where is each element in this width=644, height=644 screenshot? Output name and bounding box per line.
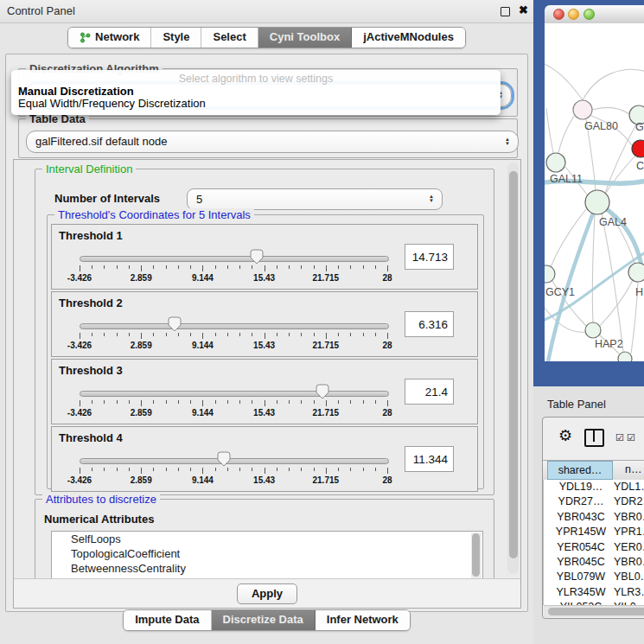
table-data-combobox[interactable]: galFiltered.sif default node ▲▼ xyxy=(26,131,519,153)
slider-track[interactable] xyxy=(80,323,389,329)
table-row[interactable]: YER054CYER0… xyxy=(544,540,644,555)
slider-tick xyxy=(215,333,216,336)
network-node-label: C xyxy=(636,160,644,172)
slider-tick xyxy=(104,400,105,404)
network-node-label: GAL11 xyxy=(550,173,583,185)
columns-icon[interactable] xyxy=(584,429,604,447)
tab-cyni-toolbox[interactable]: Cyni Toolbox xyxy=(258,28,352,48)
network-window-titlebar[interactable] xyxy=(545,5,644,24)
tab-infer-network[interactable]: Infer Network xyxy=(316,610,410,630)
threshold-value-field[interactable]: 6.316 xyxy=(405,311,454,337)
slider-tick-label: 15.43 xyxy=(243,475,286,485)
slider-tick xyxy=(202,468,203,474)
threshold-value-field[interactable]: 14.713 xyxy=(405,244,454,270)
slider-tick xyxy=(153,400,154,404)
cell-shared-name[interactable]: YBL079W xyxy=(548,570,614,584)
cell-shared-name[interactable]: YER054C xyxy=(548,540,614,555)
table-row[interactable]: YDL19…YDL1… xyxy=(544,480,644,494)
attributes-list-scrollbar[interactable] xyxy=(471,532,481,578)
slider-tick xyxy=(363,468,364,471)
cell-shared-name[interactable]: YBR043C xyxy=(548,510,614,525)
close-traffic-light-icon[interactable] xyxy=(553,9,564,20)
list-item-selfloops[interactable]: SelfLoops xyxy=(52,532,482,546)
tab-network[interactable]: Network xyxy=(68,28,151,48)
table-row[interactable]: YBR045CYBR0… xyxy=(544,555,644,570)
cell-shared-name[interactable]: YLR345W xyxy=(548,585,614,600)
table-horizontal-scrollbar[interactable] xyxy=(544,605,644,617)
checkbox-icon[interactable]: ☑ xyxy=(627,432,635,443)
cell-name[interactable]: YER0… xyxy=(614,540,644,555)
popup-option-equal-width-frequency[interactable]: Equal Width/Frequency Discretization xyxy=(18,97,206,110)
list-item-betweennesscentrality[interactable]: BetweennessCentrality xyxy=(52,561,482,576)
slider-tick xyxy=(363,333,364,336)
network-node-gal4[interactable] xyxy=(585,190,609,214)
cell-shared-name[interactable]: YBR045C xyxy=(548,555,614,570)
network-node-gal11[interactable] xyxy=(546,153,565,172)
cell-shared-name[interactable]: YDR27… xyxy=(548,494,614,509)
slider-thumb[interactable] xyxy=(316,384,329,399)
combo-stepper-icon[interactable]: ▲▼ xyxy=(429,190,434,208)
slider-track[interactable] xyxy=(80,256,389,262)
slider-tick xyxy=(227,468,228,471)
cell-name[interactable]: YBR0… xyxy=(614,555,644,570)
slider-tick-label: -3.426 xyxy=(58,408,101,418)
slider-tick xyxy=(129,333,130,336)
checkbox-icon[interactable]: ☑ xyxy=(615,432,624,443)
network-node-c[interactable] xyxy=(632,140,644,157)
cell-name[interactable]: YDL1… xyxy=(614,480,644,494)
network-canvas[interactable]: GAL80GCGAL11GAL4HGCY1HAP2 xyxy=(545,23,644,361)
threshold-value-field[interactable]: 11.344 xyxy=(405,446,454,472)
table-row[interactable]: YLR345WYLR3… xyxy=(544,585,644,600)
settings-vertical-scrollbar[interactable] xyxy=(507,163,519,574)
tab-select[interactable]: Select xyxy=(201,28,258,48)
tab-style[interactable]: Style xyxy=(151,28,201,48)
apply-button[interactable]: Apply xyxy=(237,583,297,604)
slider-tick xyxy=(387,265,388,271)
slider-tick xyxy=(326,400,327,406)
combo-stepper-icon[interactable]: ▲▼ xyxy=(505,132,510,151)
network-node-hap2[interactable] xyxy=(585,322,601,338)
column-header-name[interactable]: n… xyxy=(613,461,641,480)
network-node-h[interactable] xyxy=(628,263,644,282)
network-node-gal80[interactable] xyxy=(573,100,592,119)
list-item-topologicalcoefficient[interactable]: TopologicalCoefficient xyxy=(52,546,482,561)
slider-tick xyxy=(166,468,167,471)
table-row[interactable]: YBR043CYBR0… xyxy=(544,510,644,525)
tab-jactivemnodules[interactable]: jActiveMNodules xyxy=(352,28,465,48)
number-of-intervals-combobox[interactable]: 5 ▲▼ xyxy=(187,188,443,210)
cell-name[interactable]: YDR2… xyxy=(614,494,644,509)
zoom-traffic-light-icon[interactable] xyxy=(583,9,595,20)
algorithm-dropdown-popup: Select algorithm to view settings Manual… xyxy=(11,70,501,115)
slider-track[interactable] xyxy=(80,458,389,464)
close-icon[interactable]: ✖ xyxy=(519,3,528,16)
tab-impute-data[interactable]: Impute Data xyxy=(124,610,211,630)
popup-option-manual-discretization[interactable]: Manual Discretization xyxy=(18,85,134,98)
slider-thumb[interactable] xyxy=(250,249,264,265)
threshold-value-field[interactable]: 21.4 xyxy=(405,379,454,405)
cell-shared-name[interactable]: YPR145W xyxy=(548,525,614,539)
slider-tick xyxy=(387,333,388,339)
cell-name[interactable]: YPR1… xyxy=(614,525,644,539)
column-header-shared-name[interactable]: shared… xyxy=(547,461,613,480)
minimize-traffic-light-icon[interactable] xyxy=(568,9,579,20)
slider-tick xyxy=(289,400,290,404)
cell-name[interactable]: YBL0… xyxy=(614,570,644,584)
cell-name[interactable]: YLR3… xyxy=(614,585,644,600)
gear-icon[interactable]: ⚙ xyxy=(558,427,572,444)
table-panel-section: Table Panel ⚙ ☑ ☑ shared… n… YDL19…YDL1…… xyxy=(533,386,644,644)
slider-tick xyxy=(314,468,315,471)
cell-name[interactable]: YBR0… xyxy=(614,510,644,525)
table-row[interactable]: YPR145WYPR1… xyxy=(544,525,644,539)
network-node[interactable] xyxy=(618,352,632,361)
slider-tick xyxy=(265,400,265,406)
float-window-icon[interactable] xyxy=(501,7,510,16)
slider-track[interactable] xyxy=(80,391,389,397)
network-node-gcy1[interactable] xyxy=(545,265,555,283)
slider-thumb[interactable] xyxy=(168,316,182,332)
slider-tick-label: 21.715 xyxy=(304,341,348,350)
cell-shared-name[interactable]: YDL19… xyxy=(548,480,614,494)
tab-discretize-data[interactable]: Discretize Data xyxy=(212,610,316,630)
table-row[interactable]: YBL079WYBL0… xyxy=(544,570,644,584)
slider-thumb[interactable] xyxy=(217,451,231,467)
table-row[interactable]: YDR27…YDR2… xyxy=(544,494,644,509)
